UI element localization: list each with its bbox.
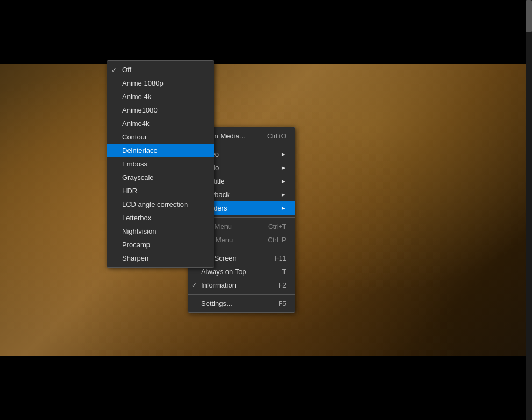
shaders-submenu: ✓ Off Anime 1080p Anime 4k Anime1080 Ani… — [107, 60, 214, 268]
check-icon-off: ✓ — [111, 66, 117, 74]
submenu-item-anime4k[interactable]: Anime4k — [107, 117, 214, 130]
letterbox-bottom — [0, 356, 532, 420]
submenu-item-procamp[interactable]: Procamp — [107, 238, 214, 251]
submenu-item-deinterlace[interactable]: Deinterlace — [107, 144, 214, 157]
submenu-item-off[interactable]: ✓ Off — [107, 63, 214, 76]
submenu-item-lcd-angle[interactable]: LCD angle correction — [107, 198, 214, 211]
submenu-item-letterbox[interactable]: Letterbox — [107, 211, 214, 225]
scrollbar-thumb[interactable] — [526, 0, 532, 32]
menu-item-information[interactable]: ✓ Information F2 — [188, 278, 295, 292]
submenu-item-anime1080[interactable]: Anime1080 — [107, 103, 214, 117]
submenu-item-contour[interactable]: Contour — [107, 130, 214, 144]
menu-item-settings[interactable]: Settings... F5 — [188, 297, 295, 310]
menu-separator-4 — [188, 294, 295, 295]
submenu-item-nightvision[interactable]: Nightvision — [107, 225, 214, 238]
submenu-item-hdr[interactable]: HDR — [107, 184, 214, 198]
submenu-item-emboss[interactable]: Emboss — [107, 157, 214, 171]
letterbox-top — [0, 0, 532, 64]
submenu-item-grayscale[interactable]: Grayscale — [107, 171, 214, 184]
submenu-item-anime-4k[interactable]: Anime 4k — [107, 90, 214, 103]
scrollbar[interactable] — [526, 0, 532, 420]
submenu-item-sharpen[interactable]: Sharpen — [107, 251, 214, 265]
check-icon: ✓ — [191, 282, 197, 289]
submenu-item-anime-1080p[interactable]: Anime 1080p — [107, 76, 214, 90]
